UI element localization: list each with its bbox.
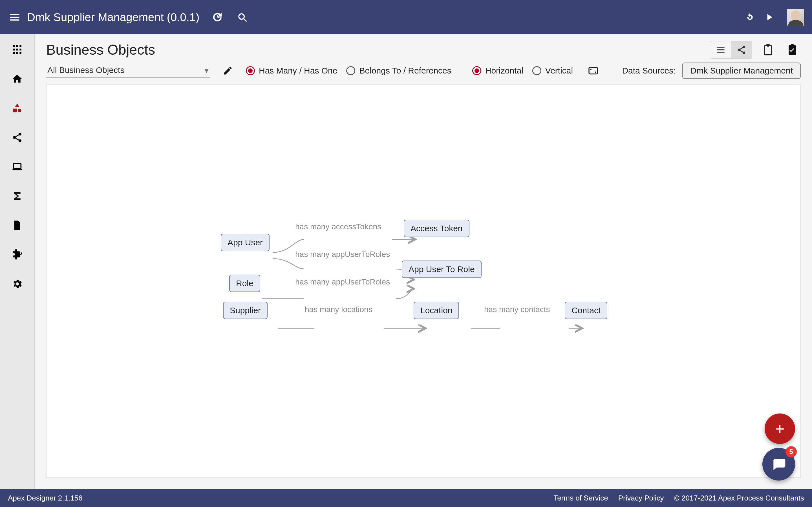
add-button[interactable]: + [765,413,795,444]
edit-icon[interactable] [221,64,234,77]
svg-point-22 [591,69,592,70]
node-contact[interactable]: Contact [565,302,607,319]
svg-rect-21 [589,67,598,74]
svg-rect-9 [16,52,18,54]
shapes-icon[interactable] [10,101,24,115]
view-mode-toggle [710,41,752,59]
chevron-down-icon: ▾ [204,65,209,75]
footer: Apex Designer 2.1.156 Terms of Service P… [0,489,812,507]
node-app-user-to-role[interactable]: App User To Role [402,261,481,278]
svg-rect-3 [16,45,18,47]
radio-vertical-label: Vertical [545,66,573,75]
search-icon[interactable] [236,10,249,24]
edge-label: has many appUserToRoles [295,250,390,259]
svg-rect-2 [13,45,15,47]
svg-rect-7 [19,49,21,51]
svg-rect-5 [13,49,15,51]
chat-badge: 5 [785,446,797,457]
svg-point-20 [743,52,746,54]
footer-copyright: © 2017-2021 Apex Process Consultants [674,494,804,503]
user-avatar[interactable] [787,9,804,25]
sidebar-rail [0,34,35,489]
svg-rect-4 [19,45,21,47]
edge-label: has many accessTokens [295,222,381,231]
gear-icon[interactable] [10,277,24,291]
sigma-icon[interactable] [10,189,24,203]
fit-screen-icon[interactable] [587,64,599,77]
radio-has-many-label: Has Many / Has One [259,66,337,75]
svg-rect-16 [13,163,21,168]
svg-rect-8 [13,52,15,54]
data-sources-label: Data Sources: [622,66,675,75]
edge-label: has many locations [305,305,372,314]
svg-line-1 [244,19,246,21]
file-icon[interactable] [10,219,24,232]
hamburger-menu-button[interactable] [8,10,21,24]
filter-dropdown[interactable]: All Business Objects ▾ [46,64,210,78]
svg-rect-6 [16,49,18,51]
svg-point-18 [743,46,746,48]
main-content: Business Objects All Business Objects ▾ [35,34,812,489]
node-access-token[interactable]: Access Token [404,220,469,237]
radio-vertical[interactable]: Vertical [532,66,573,75]
svg-point-14 [13,136,16,139]
radio-horizontal-label: Horizontal [485,66,523,75]
share-icon[interactable] [10,131,24,144]
clipboard-icon[interactable] [760,41,776,58]
extension-icon[interactable] [10,248,24,262]
home-icon[interactable] [10,72,24,86]
diagram-canvas[interactable]: App User Access Token App User To Role R… [46,84,801,478]
radio-horizontal[interactable]: Horizontal [472,66,523,75]
svg-point-12 [18,109,21,112]
history-icon[interactable] [211,10,224,24]
node-app-user[interactable]: App User [221,234,269,251]
assignment-done-icon[interactable] [784,41,801,58]
app-title: Dmk Supplier Management (0.0.1) [27,11,199,24]
laptop-icon[interactable] [10,160,24,173]
svg-rect-17 [12,169,22,170]
svg-point-19 [738,49,741,51]
radio-belongs-to[interactable]: Belongs To / References [346,66,451,75]
node-supplier[interactable]: Supplier [223,302,267,319]
node-location[interactable]: Location [414,302,459,319]
view-mode-list[interactable] [710,41,731,58]
footer-privacy-link[interactable]: Privacy Policy [618,494,664,503]
svg-point-23 [595,71,596,73]
filter-dropdown-label: All Business Objects [47,65,204,75]
radio-has-many[interactable]: Has Many / Has One [246,66,337,75]
app-version: Apex Designer 2.1.156 [8,494,83,503]
plus-icon: + [775,420,784,438]
refresh-icon[interactable] [743,10,757,24]
svg-rect-10 [19,52,21,54]
chat-launcher[interactable]: 5 [762,448,795,481]
svg-point-13 [18,133,21,135]
data-source-chip[interactable]: Dmk Supplier Management [682,62,801,79]
footer-terms-link[interactable]: Terms of Service [553,494,608,503]
radio-belongs-to-label: Belongs To / References [359,66,451,75]
view-mode-graph[interactable] [731,41,752,58]
edge-label: has many appUserToRoles [295,277,390,286]
toolbar: All Business Objects ▾ Has Many / Has On… [35,60,812,84]
apps-grid-icon[interactable] [10,43,24,56]
node-role[interactable]: Role [229,275,260,292]
svg-point-15 [18,139,21,142]
page-title: Business Objects [46,42,155,58]
svg-rect-11 [13,109,17,112]
app-header: Dmk Supplier Management (0.0.1) [0,0,812,34]
edge-label: has many contacts [484,305,550,314]
play-icon[interactable] [762,10,776,24]
